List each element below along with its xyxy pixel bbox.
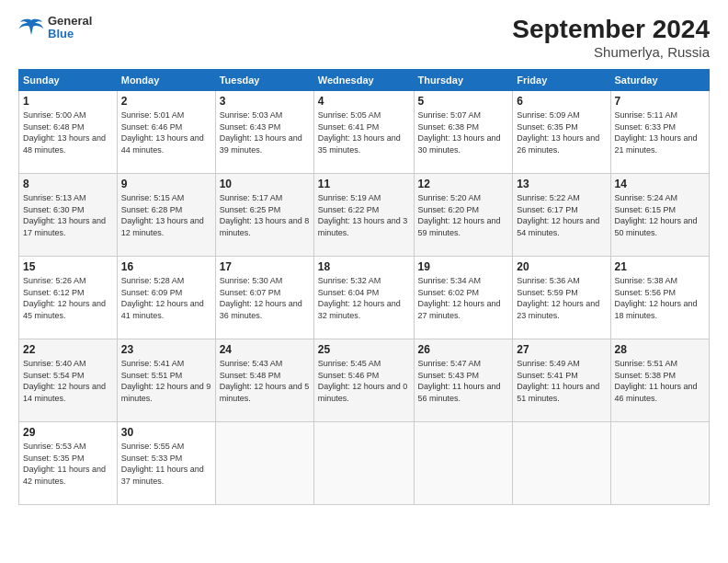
day-detail: Sunrise: 5:55 AM Sunset: 5:33 PM Dayligh… xyxy=(121,441,211,487)
day-number: 20 xyxy=(517,260,606,273)
day-number: 30 xyxy=(121,426,211,439)
day-number: 19 xyxy=(418,260,509,273)
calendar-week-row: 22 Sunrise: 5:40 AM Sunset: 5:54 PM Dayl… xyxy=(19,339,710,422)
day-detail: Sunrise: 5:51 AM Sunset: 5:38 PM Dayligh… xyxy=(615,358,705,404)
day-number: 26 xyxy=(418,343,509,356)
day-number: 10 xyxy=(220,178,310,190)
logo-line1: General xyxy=(48,15,92,28)
day-detail: Sunrise: 5:47 AM Sunset: 5:43 PM Dayligh… xyxy=(418,358,509,404)
table-row: 28 Sunrise: 5:51 AM Sunset: 5:38 PM Dayl… xyxy=(610,339,709,422)
day-detail: Sunrise: 5:24 AM Sunset: 6:15 PM Dayligh… xyxy=(615,192,705,238)
day-detail: Sunrise: 5:07 AM Sunset: 6:38 PM Dayligh… xyxy=(418,109,509,155)
day-number: 11 xyxy=(318,178,410,190)
day-number: 27 xyxy=(517,343,606,356)
day-detail: Sunrise: 5:34 AM Sunset: 6:02 PM Dayligh… xyxy=(418,275,509,321)
day-number: 29 xyxy=(23,426,113,439)
calendar-table: Sunday Monday Tuesday Wednesday Thursday… xyxy=(18,69,710,505)
day-detail: Sunrise: 5:00 AM Sunset: 6:48 PM Dayligh… xyxy=(23,109,113,155)
day-detail: Sunrise: 5:36 AM Sunset: 5:59 PM Dayligh… xyxy=(517,275,606,321)
logo-icon xyxy=(18,17,44,39)
header: General Blue September 2024 Shumerlya, R… xyxy=(18,15,710,60)
day-detail: Sunrise: 5:11 AM Sunset: 6:33 PM Dayligh… xyxy=(615,109,705,155)
day-number: 22 xyxy=(23,343,113,356)
table-row: 14 Sunrise: 5:24 AM Sunset: 6:15 PM Dayl… xyxy=(610,174,709,257)
table-row: 7 Sunrise: 5:11 AM Sunset: 6:33 PM Dayli… xyxy=(610,91,709,174)
table-row: 17 Sunrise: 5:30 AM Sunset: 6:07 PM Dayl… xyxy=(215,257,313,339)
day-detail: Sunrise: 5:03 AM Sunset: 6:43 PM Dayligh… xyxy=(220,109,310,155)
calendar-subtitle: Shumerlya, Russia xyxy=(512,44,710,60)
day-number: 23 xyxy=(121,343,211,356)
table-row: 23 Sunrise: 5:41 AM Sunset: 5:51 PM Dayl… xyxy=(117,339,215,422)
table-row: 10 Sunrise: 5:17 AM Sunset: 6:25 PM Dayl… xyxy=(215,174,313,257)
table-row: 15 Sunrise: 5:26 AM Sunset: 6:12 PM Dayl… xyxy=(19,257,118,339)
day-detail: Sunrise: 5:13 AM Sunset: 6:30 PM Dayligh… xyxy=(23,192,113,238)
day-number: 25 xyxy=(318,343,410,356)
day-detail: Sunrise: 5:32 AM Sunset: 6:04 PM Dayligh… xyxy=(318,275,410,321)
table-row: 25 Sunrise: 5:45 AM Sunset: 5:46 PM Dayl… xyxy=(313,339,414,422)
table-row: 26 Sunrise: 5:47 AM Sunset: 5:43 PM Dayl… xyxy=(414,339,513,422)
table-row: 6 Sunrise: 5:09 AM Sunset: 6:35 PM Dayli… xyxy=(513,91,610,174)
day-number: 14 xyxy=(615,178,705,190)
col-tuesday: Tuesday xyxy=(215,70,313,91)
day-detail: Sunrise: 5:45 AM Sunset: 5:46 PM Dayligh… xyxy=(318,358,410,404)
day-number: 6 xyxy=(517,95,606,108)
day-detail: Sunrise: 5:22 AM Sunset: 6:17 PM Dayligh… xyxy=(517,192,606,238)
calendar-week-row: 1 Sunrise: 5:00 AM Sunset: 6:48 PM Dayli… xyxy=(19,91,710,174)
table-row xyxy=(513,422,610,505)
logo-line2: Blue xyxy=(48,28,92,40)
calendar-week-row: 29 Sunrise: 5:53 AM Sunset: 5:35 PM Dayl… xyxy=(19,422,710,505)
day-detail: Sunrise: 5:09 AM Sunset: 6:35 PM Dayligh… xyxy=(517,109,606,155)
day-number: 7 xyxy=(615,95,705,108)
table-row: 3 Sunrise: 5:03 AM Sunset: 6:43 PM Dayli… xyxy=(215,91,313,174)
day-number: 21 xyxy=(615,260,705,273)
table-row: 11 Sunrise: 5:19 AM Sunset: 6:22 PM Dayl… xyxy=(313,174,414,257)
title-block: September 2024 Shumerlya, Russia xyxy=(512,15,710,60)
table-row: 12 Sunrise: 5:20 AM Sunset: 6:20 PM Dayl… xyxy=(414,174,513,257)
day-number: 1 xyxy=(23,95,113,108)
day-number: 15 xyxy=(23,260,113,273)
table-row: 18 Sunrise: 5:32 AM Sunset: 6:04 PM Dayl… xyxy=(313,257,414,339)
day-number: 24 xyxy=(220,343,310,356)
day-detail: Sunrise: 5:01 AM Sunset: 6:46 PM Dayligh… xyxy=(121,109,211,155)
day-detail: Sunrise: 5:40 AM Sunset: 5:54 PM Dayligh… xyxy=(23,358,113,404)
day-detail: Sunrise: 5:38 AM Sunset: 5:56 PM Dayligh… xyxy=(615,275,705,321)
table-row: 13 Sunrise: 5:22 AM Sunset: 6:17 PM Dayl… xyxy=(513,174,610,257)
page: General Blue September 2024 Shumerlya, R… xyxy=(0,0,728,563)
day-detail: Sunrise: 5:15 AM Sunset: 6:28 PM Dayligh… xyxy=(121,192,211,238)
table-row: 8 Sunrise: 5:13 AM Sunset: 6:30 PM Dayli… xyxy=(19,174,118,257)
day-number: 13 xyxy=(517,178,606,190)
col-friday: Friday xyxy=(513,70,610,91)
table-row: 9 Sunrise: 5:15 AM Sunset: 6:28 PM Dayli… xyxy=(117,174,215,257)
col-wednesday: Wednesday xyxy=(313,70,414,91)
calendar-week-row: 8 Sunrise: 5:13 AM Sunset: 6:30 PM Dayli… xyxy=(19,174,710,257)
day-number: 9 xyxy=(121,178,211,190)
day-detail: Sunrise: 5:43 AM Sunset: 5:48 PM Dayligh… xyxy=(220,358,310,404)
day-detail: Sunrise: 5:17 AM Sunset: 6:25 PM Dayligh… xyxy=(220,192,310,238)
day-detail: Sunrise: 5:20 AM Sunset: 6:20 PM Dayligh… xyxy=(418,192,509,238)
table-row: 29 Sunrise: 5:53 AM Sunset: 5:35 PM Dayl… xyxy=(19,422,118,505)
table-row: 4 Sunrise: 5:05 AM Sunset: 6:41 PM Dayli… xyxy=(313,91,414,174)
table-row xyxy=(610,422,709,505)
table-row: 30 Sunrise: 5:55 AM Sunset: 5:33 PM Dayl… xyxy=(117,422,215,505)
calendar-title: September 2024 xyxy=(512,15,710,44)
day-number: 4 xyxy=(318,95,410,108)
table-row: 21 Sunrise: 5:38 AM Sunset: 5:56 PM Dayl… xyxy=(610,257,709,339)
table-row: 1 Sunrise: 5:00 AM Sunset: 6:48 PM Dayli… xyxy=(19,91,118,174)
table-row: 22 Sunrise: 5:40 AM Sunset: 5:54 PM Dayl… xyxy=(19,339,118,422)
day-number: 17 xyxy=(220,260,310,273)
day-number: 5 xyxy=(418,95,509,108)
day-detail: Sunrise: 5:26 AM Sunset: 6:12 PM Dayligh… xyxy=(23,275,113,321)
day-number: 18 xyxy=(318,260,410,273)
day-detail: Sunrise: 5:30 AM Sunset: 6:07 PM Dayligh… xyxy=(220,275,310,321)
col-monday: Monday xyxy=(117,70,215,91)
day-detail: Sunrise: 5:41 AM Sunset: 5:51 PM Dayligh… xyxy=(121,358,211,404)
day-detail: Sunrise: 5:49 AM Sunset: 5:41 PM Dayligh… xyxy=(517,358,606,404)
calendar-week-row: 15 Sunrise: 5:26 AM Sunset: 6:12 PM Dayl… xyxy=(19,257,710,339)
col-thursday: Thursday xyxy=(414,70,513,91)
table-row xyxy=(414,422,513,505)
day-number: 28 xyxy=(615,343,705,356)
logo: General Blue xyxy=(18,15,92,41)
day-number: 8 xyxy=(23,178,113,190)
table-row: 19 Sunrise: 5:34 AM Sunset: 6:02 PM Dayl… xyxy=(414,257,513,339)
table-row: 27 Sunrise: 5:49 AM Sunset: 5:41 PM Dayl… xyxy=(513,339,610,422)
